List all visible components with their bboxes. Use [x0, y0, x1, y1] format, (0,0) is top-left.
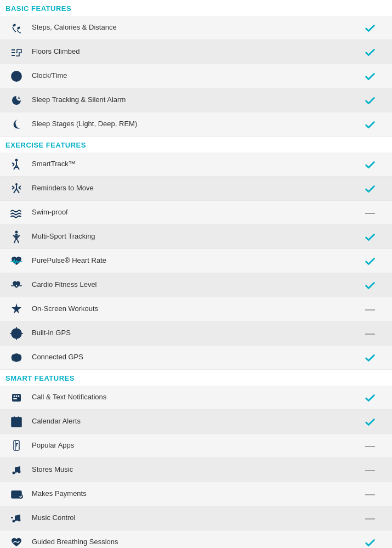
check-mark-icon	[364, 392, 376, 404]
svg-line-26	[13, 235, 15, 238]
clock-icon	[5, 69, 27, 83]
status-connected-gps	[354, 352, 387, 364]
feature-label-calendar: Calendar Alerts	[27, 417, 354, 426]
svg-point-44	[16, 395, 18, 397]
feature-row-sleep-stages: Sleep Stages (Light, Deep, REM)	[0, 112, 392, 137]
feature-row-smarttrack: SmartTrack™	[0, 152, 392, 177]
feature-label-workouts: On-Screen Workouts	[27, 304, 354, 314]
dash-mark-icon: —	[365, 489, 375, 499]
feature-label-smarttrack: SmartTrack™	[27, 160, 354, 169]
status-workouts: —	[354, 304, 387, 314]
dash-mark-icon: —	[365, 465, 375, 475]
svg-point-22	[15, 230, 18, 233]
svg-rect-24	[14, 235, 19, 236]
heartrate-icon	[5, 254, 27, 268]
check-mark-icon	[364, 22, 376, 34]
feature-row-reminders: Reminders to Move	[0, 177, 392, 201]
section-header-basic-features: BASIC FEATURES	[0, 0, 392, 16]
svg-point-59	[18, 470, 21, 473]
smarttrack-icon	[5, 157, 27, 172]
status-multisport	[354, 231, 387, 243]
payments-icon	[5, 487, 27, 501]
svg-rect-51	[13, 422, 15, 423]
check-mark-icon	[364, 255, 376, 267]
feature-label-swim: Swim-proof	[27, 208, 354, 217]
status-payments: —	[354, 489, 387, 499]
svg-point-1	[16, 26, 20, 29]
feature-row-connected-gps: Connected GPS	[0, 346, 392, 370]
dash-mark-icon: —	[365, 304, 375, 314]
svg-point-45	[18, 395, 20, 397]
svg-point-43	[14, 395, 15, 397]
feature-label-cardio: Cardio Fitness Level	[27, 280, 354, 290]
check-mark-icon	[364, 46, 376, 58]
status-floors	[354, 46, 387, 58]
check-mark-icon	[364, 70, 376, 82]
feature-label-multisport: Multi-Sport Tracking	[27, 232, 354, 241]
svg-line-27	[18, 235, 20, 238]
feature-row-clock: Clock/Time	[0, 64, 392, 88]
feature-label-heartrate: PurePulse® Heart Rate	[27, 256, 354, 265]
floors-icon	[5, 45, 27, 59]
section-header-exercise-features: EXERCISE FEATURES	[0, 137, 392, 152]
feature-row-gps: Built-in GPS—	[0, 321, 392, 346]
status-cardio	[354, 279, 387, 291]
svg-point-64	[18, 518, 21, 521]
section-header-smart-features: SMART FEATURES	[0, 370, 392, 386]
feature-label-notifications: Call & Text Notifications	[27, 393, 354, 402]
swim-icon	[5, 206, 27, 220]
svg-rect-52	[16, 422, 18, 423]
sleep-stages-icon	[5, 117, 27, 132]
svg-point-35	[15, 332, 18, 335]
status-clock	[354, 70, 387, 82]
check-mark-icon	[364, 352, 376, 364]
svg-line-13	[13, 164, 14, 166]
svg-line-28	[14, 240, 15, 243]
svg-line-21	[19, 188, 21, 189]
feature-label-connected-gps: Connected GPS	[27, 353, 354, 362]
check-mark-icon	[364, 94, 376, 106]
svg-marker-32	[12, 303, 21, 314]
svg-rect-25	[15, 235, 18, 240]
check-mark-icon	[364, 536, 376, 549]
reminders-icon	[5, 182, 27, 196]
sleep-icon: A	[5, 93, 27, 108]
feature-row-calendar: Calendar Alerts	[0, 410, 392, 434]
feature-label-sleep-stages: Sleep Stages (Light, Deep, REM)	[27, 120, 354, 129]
status-calendar	[354, 416, 387, 428]
svg-line-16	[14, 189, 16, 193]
svg-point-0	[12, 23, 16, 26]
feature-row-music-store: Stores Music—	[0, 458, 392, 482]
feature-label-reminders: Reminders to Move	[27, 184, 354, 193]
check-mark-icon	[364, 183, 376, 195]
svg-point-31	[15, 285, 18, 287]
multisport-icon	[5, 230, 27, 244]
status-breathing	[354, 536, 387, 549]
status-reminders	[354, 183, 387, 195]
svg-point-14	[15, 183, 18, 185]
status-smarttrack	[354, 159, 387, 171]
feature-label-breathing: Guided Breathing Sessions	[27, 538, 354, 547]
dash-mark-icon: —	[365, 513, 375, 523]
workouts-icon	[5, 302, 27, 317]
svg-rect-42	[12, 394, 21, 402]
feature-row-floors: Floors Climbed	[0, 40, 392, 64]
check-mark-icon	[364, 279, 376, 291]
gps-icon	[5, 326, 27, 341]
feature-label-payments: Makes Payments	[27, 489, 354, 499]
feature-label-apps: Popular Apps	[27, 441, 354, 450]
feature-row-notifications: Call & Text Notifications	[0, 386, 392, 410]
svg-rect-53	[13, 425, 15, 426]
status-swim: —	[354, 208, 387, 218]
feature-row-multisport: Multi-Sport Tracking	[0, 225, 392, 249]
dash-mark-icon: —	[365, 208, 375, 218]
feature-row-steps: Steps, Calories & Distance	[0, 16, 392, 40]
check-mark-icon	[364, 159, 376, 171]
feature-label-floors: Floors Climbed	[27, 47, 354, 57]
svg-rect-46	[13, 398, 17, 399]
connected-gps-icon	[5, 351, 27, 365]
feature-row-heartrate: PurePulse® Heart Rate	[0, 249, 392, 273]
svg-line-19	[12, 188, 14, 189]
dash-mark-icon: —	[365, 441, 375, 451]
feature-row-swim: Swim-proof—	[0, 201, 392, 225]
